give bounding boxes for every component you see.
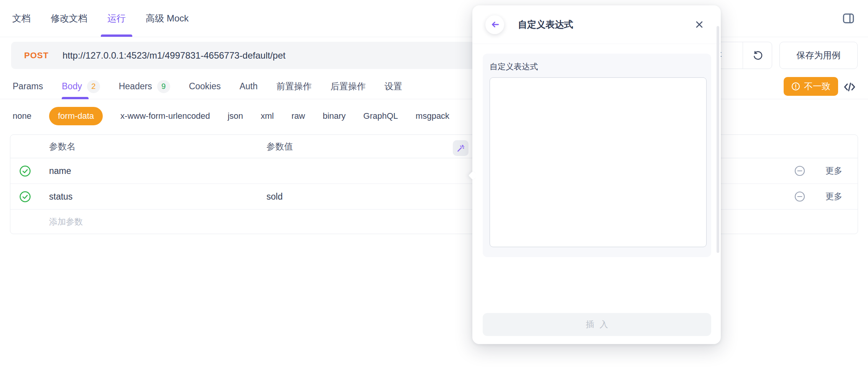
request-url: http://127.0.0.1:4523/m1/4997831-4656773… <box>62 50 286 61</box>
tab-label: 前置操作 <box>276 80 312 92</box>
inconsistent-badge[interactable]: 不一致 <box>784 77 838 96</box>
nav-tab-label: 运行 <box>107 12 126 25</box>
nav-tab-label: 文档 <box>12 12 31 25</box>
active-tab-underline <box>101 34 132 37</box>
nav-tab-label: 修改文档 <box>51 12 87 25</box>
top-nav-tabs: 文档 修改文档 运行 高级 Mock <box>12 0 189 37</box>
active-tab-underline <box>62 97 89 99</box>
nav-tab-edit-docs[interactable]: 修改文档 <box>51 0 87 37</box>
custom-expression-modal: 自定义表达式 自定义表达式 插入 <box>472 5 721 344</box>
api-run-page: 文档 修改文档 运行 高级 Mock POST http://127.0.0.1… <box>0 0 868 377</box>
insert-button[interactable]: 插入 <box>483 313 711 336</box>
modal-title: 自定义表达式 <box>518 18 573 31</box>
http-method-badge: POST <box>24 51 49 61</box>
headers-count-badge: 9 <box>157 80 170 93</box>
tab-label: Body <box>62 81 82 92</box>
body-type-json[interactable]: json <box>228 111 243 121</box>
expression-textarea[interactable] <box>490 77 707 247</box>
check-circle-icon <box>19 165 31 177</box>
tab-headers[interactable]: Headers 9 <box>119 74 170 99</box>
save-as-case-button[interactable]: 保存为用例 <box>779 42 858 69</box>
close-button[interactable] <box>691 16 708 33</box>
code-view-icon[interactable] <box>842 79 857 95</box>
body-type-form-data[interactable]: form-data <box>49 107 103 125</box>
check-circle-icon <box>19 191 31 203</box>
add-param-placeholder: 添加参数 <box>34 216 266 228</box>
body-type-urlencoded[interactable]: x-www-form-urlencoded <box>120 111 210 121</box>
remove-row-icon[interactable] <box>794 191 806 202</box>
arrow-left-icon <box>490 20 500 30</box>
body-type-msgpack[interactable]: msgpack <box>416 111 449 121</box>
tab-label: 后置操作 <box>330 80 366 92</box>
body-count-badge: 2 <box>87 80 100 93</box>
refresh-icon <box>752 50 763 61</box>
inconsistent-label: 不一致 <box>804 80 830 92</box>
tab-pre-operations[interactable]: 前置操作 <box>276 74 312 99</box>
tab-label: Params <box>13 81 43 92</box>
top-nav: 文档 修改文档 运行 高级 Mock <box>0 0 868 37</box>
body-type-binary[interactable]: binary <box>323 111 346 121</box>
sidebar-toggle-icon[interactable] <box>841 11 856 26</box>
tab-params[interactable]: Params <box>13 74 43 99</box>
row-more-button[interactable]: 更多 <box>825 165 842 177</box>
nav-tab-run[interactable]: 运行 <box>107 0 126 37</box>
nav-tab-label: 高级 Mock <box>146 12 189 25</box>
body-type-graphql[interactable]: GraphQL <box>363 111 398 121</box>
magic-wand-button[interactable] <box>453 140 469 156</box>
modal-header: 自定义表达式 <box>472 5 721 44</box>
body-type-none[interactable]: none <box>13 111 31 121</box>
tab-auth[interactable]: Auth <box>240 74 258 99</box>
modal-scrollbar[interactable] <box>717 26 719 253</box>
expression-field-label: 自定义表达式 <box>490 61 705 72</box>
body-type-xml[interactable]: xml <box>261 111 274 121</box>
add-param-row[interactable]: 添加参数 <box>10 210 858 234</box>
request-bar: POST http://127.0.0.1:4523/m1/4997831-46… <box>0 37 868 74</box>
expression-panel: 自定义表达式 <box>483 54 711 257</box>
remove-row-icon[interactable] <box>794 165 806 177</box>
warning-circle-icon <box>791 82 800 91</box>
tab-label: 设置 <box>385 80 402 92</box>
nav-tab-advanced-mock[interactable]: 高级 Mock <box>146 0 189 37</box>
close-icon <box>694 19 705 30</box>
back-button[interactable] <box>485 15 504 34</box>
tab-label: Cookies <box>189 81 221 92</box>
column-header-name: 参数名 <box>34 141 266 152</box>
table-row: name 更多 <box>10 158 858 184</box>
tab-settings[interactable]: 设置 <box>385 74 402 99</box>
param-name-input[interactable]: name <box>34 166 266 176</box>
body-type-raw[interactable]: raw <box>291 111 305 121</box>
table-header-row: 参数名 参数值 <box>10 135 858 158</box>
tab-label: Headers <box>119 81 152 92</box>
param-name-input[interactable]: status <box>34 192 266 202</box>
refresh-button[interactable] <box>743 42 772 69</box>
tab-cookies[interactable]: Cookies <box>189 74 221 99</box>
tab-post-operations[interactable]: 后置操作 <box>330 74 366 99</box>
table-row: status sold 更多 <box>10 184 858 210</box>
body-type-selector: none form-data x-www-form-urlencoded jso… <box>0 99 868 133</box>
row-more-button[interactable]: 更多 <box>825 191 842 202</box>
form-data-table: 参数名 参数值 name 更多 <box>10 134 858 234</box>
magic-wand-icon <box>456 143 466 153</box>
request-tabs: Params Body 2 Headers 9 Cookies Auth 前置操… <box>0 74 868 99</box>
row-enabled-checkbox[interactable] <box>16 191 34 203</box>
save-as-case-label: 保存为用例 <box>797 49 841 61</box>
tab-body[interactable]: Body 2 <box>62 74 100 99</box>
nav-tab-docs[interactable]: 文档 <box>12 0 31 37</box>
row-enabled-checkbox[interactable] <box>16 165 34 177</box>
tab-label: Auth <box>240 81 258 92</box>
